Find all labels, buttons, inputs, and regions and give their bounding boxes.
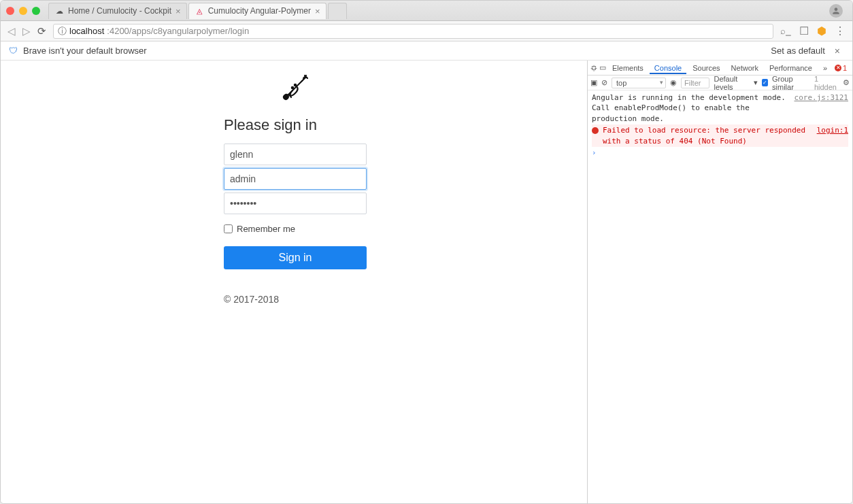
profile-button[interactable] [829, 4, 843, 18]
angular-icon: ◬ [195, 6, 204, 16]
login-form: Please sign in Remember me Sign in © 201… [224, 71, 367, 305]
clear-console-icon[interactable]: ⊘ [601, 78, 607, 87]
console-toolbar: ▣ ⊘ top ◉ Filter Default levels ▾ ✓ Grou… [588, 75, 852, 90]
brave-shield-icon[interactable]: ⬢ [817, 24, 826, 37]
violin-logo-icon [279, 71, 312, 104]
window-controls [6, 7, 40, 15]
sign-in-button[interactable]: Sign in [224, 246, 367, 269]
close-tab-icon[interactable]: × [315, 6, 320, 16]
console-message-text: Angular is running in the development mo… [592, 93, 789, 124]
console-filter-input[interactable]: Filter [681, 78, 709, 88]
browser-window: ☁︎ Home / Cumulocity - Cockpit × ◬ Cumul… [0, 0, 853, 504]
console-prompt[interactable]: › [592, 147, 848, 158]
console-sidebar-toggle-icon[interactable]: ▣ [590, 78, 597, 87]
reload-button[interactable]: ⟳ [37, 25, 46, 37]
console-message-source[interactable]: core.js:3121 [795, 93, 848, 103]
console-message-text: Failed to load resource: the server resp… [603, 125, 812, 146]
error-dot-icon: ✕ [835, 65, 841, 71]
content-area: Please sign in Remember me Sign in © 201… [1, 61, 852, 503]
url-host: localhost [69, 26, 104, 36]
bookmark-icon[interactable]: ☐ [799, 24, 809, 37]
maximize-window-button[interactable] [32, 7, 40, 15]
console-settings-icon[interactable]: ⚙ [843, 78, 850, 87]
group-similar-label: Group similar [772, 75, 810, 91]
remember-me-row[interactable]: Remember me [224, 224, 367, 234]
svg-point-1 [295, 84, 296, 86]
close-tab-icon[interactable]: × [175, 6, 181, 16]
devtools-tab-performance[interactable]: Performance [765, 62, 817, 74]
set-default-button[interactable]: Set as default [771, 46, 825, 56]
new-tab-button[interactable] [328, 3, 347, 19]
devtools-tab-bar: ⯐ ▭ Elements Console Sources Network Per… [588, 61, 852, 75]
omnibox[interactable]: ⓘ localhost:4200/apps/c8yangularpolymer/… [53, 24, 773, 39]
tab-title: Cumulocity Angular-Polymer [208, 6, 311, 16]
live-expression-icon[interactable]: ◉ [670, 78, 677, 87]
devtools-tab-elements[interactable]: Elements [607, 62, 648, 74]
chevron-down-icon: ▾ [754, 78, 758, 87]
password-key-icon[interactable]: ⌕⎯ [780, 26, 791, 36]
tab-bar: ☁︎ Home / Cumulocity - Cockpit × ◬ Cumul… [1, 1, 852, 21]
address-bar: ◁ ▷ ⟳ ⓘ localhost:4200/apps/c8yangularpo… [1, 21, 852, 41]
url-path: :4200/apps/c8yangularpolymer/login [107, 26, 249, 36]
devtools-tab-console[interactable]: Console [650, 62, 686, 74]
infobar-message: Brave isn't your default browser [23, 46, 147, 56]
svg-point-0 [292, 87, 293, 88]
console-message-source[interactable]: login:1 [817, 125, 848, 135]
remember-me-label: Remember me [237, 224, 295, 234]
console-output: Angular is running in the development mo… [588, 90, 852, 503]
password-field[interactable] [224, 192, 367, 214]
toolbar-right: ⌕⎯ ☐ ⬢ ⋮ [780, 24, 846, 37]
tenant-field[interactable] [224, 144, 367, 165]
back-button[interactable]: ◁ [7, 25, 16, 37]
default-browser-infobar: 🛡 Brave isn't your default browser Set a… [1, 41, 852, 61]
console-message: Angular is running in the development mo… [592, 92, 848, 124]
page-viewport: Please sign in Remember me Sign in © 201… [1, 61, 587, 503]
devtools-panel: ⯐ ▭ Elements Console Sources Network Per… [587, 61, 852, 503]
close-window-button[interactable] [6, 7, 14, 15]
inspect-element-icon[interactable]: ⯐ [590, 64, 598, 72]
shield-icon: 🛡 [9, 46, 18, 56]
site-info-icon[interactable]: ⓘ [58, 25, 67, 37]
levels-label: Default levels [714, 75, 751, 91]
console-error-message: Failed to load resource: the server resp… [592, 124, 848, 147]
devtools-tab-sources[interactable]: Sources [688, 62, 724, 74]
error-count: 1 [843, 64, 847, 72]
infobar-close-icon[interactable]: × [831, 46, 844, 56]
login-footer: © 2017-2018 [224, 294, 367, 305]
forward-button[interactable]: ▷ [22, 25, 31, 37]
group-similar-checkbox[interactable]: ✓ [762, 79, 768, 86]
log-levels-selector[interactable]: Default levels ▾ [714, 75, 757, 91]
person-icon [831, 6, 841, 16]
devtools-tab-network[interactable]: Network [726, 62, 763, 74]
tab-title: Home / Cumulocity - Cockpit [68, 6, 171, 16]
hidden-count: 1 hidden [814, 75, 839, 91]
devtools-tab-more[interactable]: » [818, 62, 832, 74]
tab-angular-polymer[interactable]: ◬ Cumulocity Angular-Polymer × [188, 3, 327, 19]
devtools-menu-icon[interactable]: ⋮ [848, 63, 853, 72]
error-badge[interactable]: ✕ 1 [835, 64, 847, 72]
menu-icon[interactable]: ⋮ [835, 24, 846, 37]
username-field[interactable] [224, 168, 367, 190]
remember-me-checkbox[interactable] [224, 224, 233, 233]
login-title: Please sign in [224, 116, 367, 134]
device-toolbar-icon[interactable]: ▭ [599, 63, 606, 72]
cloud-icon: ☁︎ [54, 6, 64, 16]
minimize-window-button[interactable] [19, 7, 27, 15]
console-context-selector[interactable]: top [612, 78, 666, 88]
tab-cumulocity-cockpit[interactable]: ☁︎ Home / Cumulocity - Cockpit × [48, 3, 187, 19]
